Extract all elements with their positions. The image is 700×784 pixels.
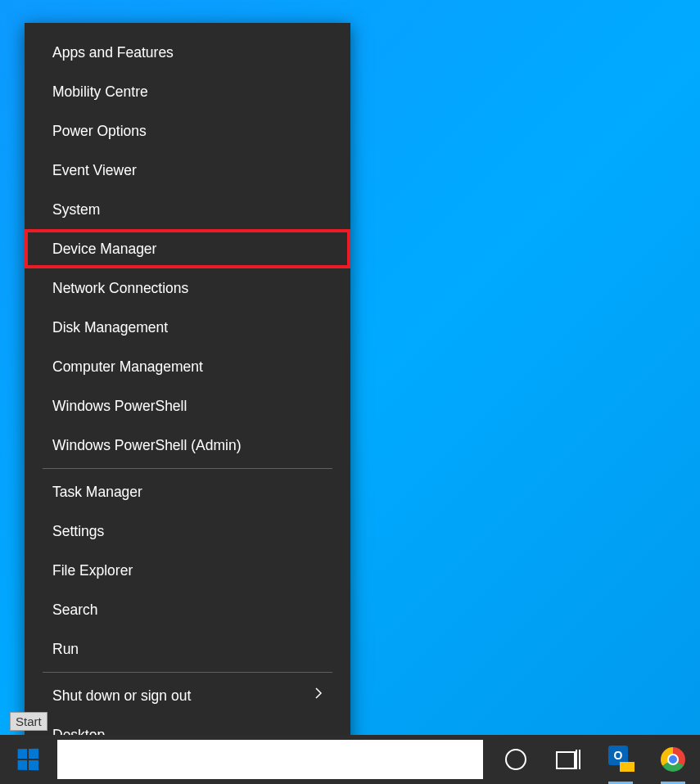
menu-item-windows-powershell-admin[interactable]: Windows PowerShell (Admin) xyxy=(25,426,350,465)
menu-item-task-manager[interactable]: Task Manager xyxy=(25,472,350,511)
menu-item-shut-down-or-sign-out[interactable]: Shut down or sign out xyxy=(25,676,350,715)
menu-item-event-viewer[interactable]: Event Viewer xyxy=(25,151,350,190)
task-view-icon xyxy=(556,750,580,769)
cortana-button[interactable] xyxy=(495,735,536,784)
menu-item-windows-powershell[interactable]: Windows PowerShell xyxy=(25,386,350,426)
menu-item-computer-management[interactable]: Computer Management xyxy=(25,347,350,386)
menu-item-run[interactable]: Run xyxy=(25,629,350,669)
menu-item-apps-and-features[interactable]: Apps and Features xyxy=(25,33,350,72)
task-view-button[interactable] xyxy=(548,735,589,784)
start-tooltip: Start xyxy=(10,712,47,731)
outlook-icon: O xyxy=(607,746,635,773)
taskbar-search-input[interactable] xyxy=(57,740,483,779)
windows-logo-icon xyxy=(18,749,38,771)
menu-item-network-connections[interactable]: Network Connections xyxy=(25,268,350,308)
menu-item-system[interactable]: System xyxy=(25,190,350,229)
winx-context-menu: Apps and Features Mobility Centre Power … xyxy=(25,23,350,761)
menu-item-disk-management[interactable]: Disk Management xyxy=(25,308,350,347)
menu-separator xyxy=(43,672,332,673)
cortana-icon xyxy=(505,749,526,770)
outlook-app-button[interactable]: O xyxy=(600,735,641,784)
menu-item-mobility-centre[interactable]: Mobility Centre xyxy=(25,72,350,111)
menu-item-settings[interactable]: Settings xyxy=(25,511,350,551)
menu-item-device-manager[interactable]: Device Manager xyxy=(25,229,350,268)
chrome-app-button[interactable] xyxy=(653,735,693,784)
start-button[interactable] xyxy=(0,735,56,784)
taskbar-right: O xyxy=(495,735,700,784)
taskbar: O xyxy=(0,735,700,784)
menu-item-power-options[interactable]: Power Options xyxy=(25,111,350,151)
menu-separator xyxy=(43,468,332,469)
menu-item-search[interactable]: Search xyxy=(25,590,350,629)
menu-item-file-explorer[interactable]: File Explorer xyxy=(25,551,350,590)
chrome-icon xyxy=(661,747,685,772)
chevron-right-icon xyxy=(314,685,323,706)
